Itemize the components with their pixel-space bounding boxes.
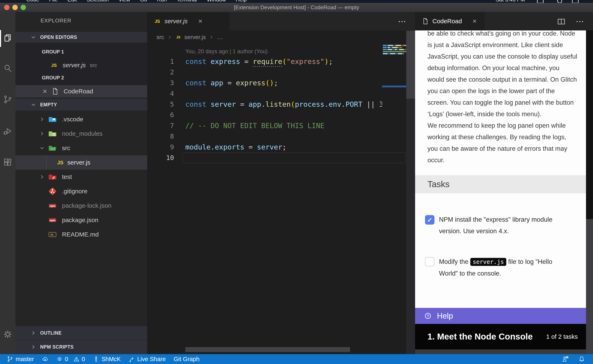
- panel-scrollbar[interactable]: [586, 30, 593, 354]
- scrollbar-thumb[interactable]: [406, 31, 415, 99]
- task-1-text: NPM install the "express" library module…: [439, 214, 583, 237]
- close-icon[interactable]: [41, 88, 48, 95]
- sync-changes-button[interactable]: [42, 356, 48, 362]
- status-bar: master 0 0 ShMcK Live Share Git Graph: [0, 354, 593, 364]
- breadcrumb-server-js[interactable]: server.js: [184, 34, 206, 40]
- warning-triangle-icon: [73, 356, 80, 362]
- editor-horizontal-scrollbar[interactable]: [185, 347, 350, 352]
- tree-item-server.js[interactable]: JSserver.js: [15, 155, 147, 170]
- activity-bar: [0, 12, 15, 354]
- code-line-7[interactable]: 7// -- DO NOT EDIT BELOW THIS LINE: [147, 120, 382, 131]
- cloud-upload-icon: [42, 356, 48, 362]
- panel-tab-bar: CodeRoad: [415, 12, 593, 30]
- live-share-button[interactable]: Live Share: [128, 356, 166, 363]
- tree-item-label: README.md: [62, 227, 99, 242]
- source-control-icon[interactable]: [3, 95, 13, 104]
- code-editor[interactable]: JS server.js src JS server.js … You, 20 …: [147, 12, 415, 354]
- run-debug-icon[interactable]: [3, 126, 13, 136]
- minimap-line: [383, 49, 406, 50]
- breadcrumb: src JS server.js …: [156, 30, 223, 44]
- minimap[interactable]: [382, 43, 406, 170]
- tree-item-README.md[interactable]: M↓README.md: [15, 227, 147, 242]
- code-line-3[interactable]: 3const app = express();: [147, 78, 382, 88]
- breadcrumb-src[interactable]: src: [156, 34, 164, 40]
- settings-gear-icon[interactable]: [3, 329, 13, 339]
- svg-text:M↓: M↓: [51, 233, 54, 236]
- code-line-5[interactable]: 5const server = app.listen(process.env.P…: [147, 99, 382, 110]
- menu-file[interactable]: File: [49, 0, 58, 3]
- chevron-down-icon: [30, 34, 36, 40]
- minimap-line: [383, 45, 406, 46]
- outline-section-header[interactable]: OUTLINE: [15, 326, 147, 340]
- code-line-1[interactable]: 1const express = require("express");: [147, 56, 382, 67]
- open-editors-header[interactable]: OPEN EDITORS: [15, 32, 147, 43]
- minimize-window-button[interactable]: [12, 5, 18, 10]
- line-number: 7: [147, 120, 174, 131]
- tree-item-package-lock.json[interactable]: npmpackage-lock.json: [15, 198, 147, 213]
- code-line-9[interactable]: 9module.exports = server;: [147, 142, 382, 152]
- menu-selection[interactable]: Selection: [87, 0, 109, 3]
- svg-text:JS: JS: [57, 160, 63, 165]
- problems-status[interactable]: 0 0: [56, 356, 85, 363]
- task-1-checkbox[interactable]: ✓: [425, 215, 434, 225]
- tree-item-test[interactable]: test: [15, 170, 147, 184]
- menu-help[interactable]: Help: [236, 0, 247, 3]
- close-icon[interactable]: [471, 18, 478, 25]
- menu-run[interactable]: Run: [157, 0, 167, 3]
- code-line-8[interactable]: 8: [147, 131, 382, 142]
- person-icon: [93, 356, 100, 362]
- menu-edit[interactable]: Edit: [67, 0, 77, 3]
- tree-item-label: package.json: [62, 213, 98, 227]
- open-editor-coderoad[interactable]: CodeRoad: [15, 85, 147, 98]
- task-2-text: Modify the server.js file to log "HelloW…: [439, 256, 583, 279]
- tree-item-.vscode[interactable]: .vscode: [15, 112, 147, 126]
- code-line-6[interactable]: 6: [147, 110, 382, 120]
- tree-item-node_modules[interactable]: JSnode_modules: [15, 126, 147, 141]
- svg-text:JS: JS: [176, 35, 180, 39]
- menu-view[interactable]: View: [119, 0, 130, 3]
- open-editor-server-js[interactable]: JS server.js src: [15, 59, 147, 71]
- menu-window[interactable]: Window: [207, 0, 226, 3]
- user-account-status[interactable]: ShMcK: [93, 356, 121, 363]
- tree-item-package.json[interactable]: npmpackage.json: [15, 213, 147, 227]
- lesson-text: be able to check what's going on in your…: [427, 30, 592, 166]
- code-line-4[interactable]: 4: [147, 88, 382, 99]
- chevron-right-icon: [39, 116, 45, 122]
- close-icon[interactable]: [197, 18, 204, 25]
- svg-text:JS: JS: [53, 133, 55, 136]
- task-2-checkbox[interactable]: [425, 257, 434, 266]
- folder-section-header[interactable]: EMPTY: [15, 99, 147, 111]
- git-branch-status[interactable]: master: [7, 356, 34, 363]
- tasks-header: Tasks: [415, 175, 586, 193]
- git-graph-button[interactable]: Git Graph: [173, 356, 200, 363]
- menu-code[interactable]: Code: [26, 0, 39, 3]
- split-editor-icon[interactable]: [557, 17, 566, 26]
- svg-text:npm: npm: [50, 204, 55, 208]
- help-bar[interactable]: ? Help: [415, 308, 586, 324]
- notifications-bell[interactable]: [578, 356, 585, 363]
- menu-terminal[interactable]: Terminal: [177, 0, 197, 3]
- more-actions-icon[interactable]: [575, 17, 584, 26]
- indent-guide: [46, 155, 47, 170]
- live-share-contacts-icon[interactable]: [562, 355, 569, 363]
- tab-coderoad[interactable]: CodeRoad: [415, 12, 485, 30]
- tree-item-.gitignore[interactable]: .gitignore: [15, 184, 147, 198]
- tree-item-src[interactable]: </>src: [15, 141, 147, 155]
- maximize-window-button[interactable]: [20, 5, 26, 10]
- menu-go[interactable]: Go: [140, 0, 147, 3]
- chevron-right-icon: [39, 174, 45, 180]
- scrollbar-thumb[interactable]: [586, 30, 593, 219]
- more-actions-icon[interactable]: [397, 17, 406, 26]
- code-chip: server.js: [470, 258, 506, 266]
- npm-scripts-section-header[interactable]: NPM SCRIPTS: [15, 340, 147, 354]
- breadcrumb-symbol[interactable]: …: [217, 34, 223, 40]
- tab-server-js[interactable]: JS server.js: [147, 12, 230, 30]
- minimap-slider[interactable]: [382, 85, 406, 87]
- search-icon[interactable]: [3, 64, 13, 73]
- explorer-icon[interactable]: [3, 33, 13, 43]
- code-line-2[interactable]: 2: [147, 67, 382, 78]
- extensions-icon[interactable]: [3, 157, 13, 167]
- close-window-button[interactable]: [4, 5, 9, 10]
- editor-vertical-scrollbar[interactable]: [406, 30, 415, 354]
- js-file-icon: JS: [153, 17, 161, 25]
